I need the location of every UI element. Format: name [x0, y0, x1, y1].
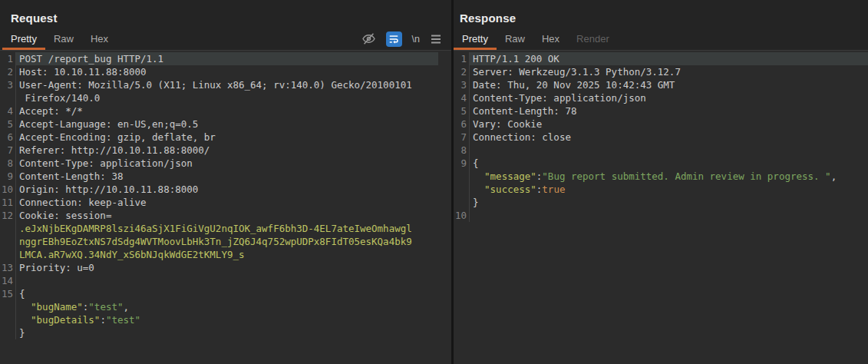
line-content: "success":true	[469, 183, 868, 196]
line-number: 6	[454, 117, 469, 131]
line-content: Host: 10.10.11.88:8000	[15, 65, 438, 78]
line-number: 6	[0, 131, 15, 144]
line-number	[0, 300, 15, 313]
tab-hex[interactable]: Hex	[82, 30, 117, 50]
line-number: 1	[454, 52, 469, 65]
response-panel: Response PrettyRawHexRender 1HTTP/1.1 20…	[454, 0, 868, 364]
tab-raw[interactable]: Raw	[45, 30, 82, 50]
line-content: Connection: close	[469, 131, 868, 144]
line-content: }	[469, 196, 868, 209]
word-wrap-icon[interactable]	[386, 31, 402, 47]
tab-pretty[interactable]: Pretty	[2, 30, 45, 50]
line-content	[469, 144, 868, 157]
code-line: 7Connection: close	[454, 131, 868, 144]
line-number: 9	[454, 157, 469, 170]
code-line: 5Accept-Language: en-US,en;q=0.5	[0, 117, 438, 131]
code-line: }	[0, 326, 438, 339]
line-content: Content-Length: 38	[15, 170, 438, 183]
code-line: 9Content-Length: 38	[0, 170, 438, 183]
code-line: 8	[454, 144, 868, 157]
code-line: 4Accept: */*	[0, 104, 438, 117]
code-line: 4Content-Type: application/json	[454, 91, 868, 104]
code-line: 1HTTP/1.1 200 OK	[454, 52, 868, 65]
line-content: Date: Thu, 20 Nov 2025 10:42:43 GMT	[469, 78, 868, 91]
line-content: Firefox/140.0	[15, 91, 438, 104]
tab-hex[interactable]: Hex	[533, 30, 568, 50]
http-message-viewer: Request PrettyRawHex	[0, 0, 868, 364]
line-number: 1	[0, 52, 15, 65]
code-line: 11Connection: keep-alive	[0, 196, 438, 209]
line-content: nggrEBh9EoZtxNS7dSdg4WVTMoovLbHk3Tn_jZQ6…	[15, 235, 438, 248]
code-line: 2Server: Werkzeug/3.1.3 Python/3.12.7	[454, 65, 868, 78]
line-content: Connection: keep-alive	[15, 196, 438, 209]
code-line: 7Referer: http://10.10.11.88:8000/	[0, 144, 438, 157]
line-number	[0, 326, 15, 339]
tab-raw[interactable]: Raw	[497, 30, 533, 50]
line-content: LMCA.aR7wXQ.34NdY_xS6bNJqkWdGE2tKMLY9_s	[15, 248, 438, 261]
line-number: 9	[0, 170, 15, 183]
line-number: 8	[454, 144, 469, 157]
line-number	[454, 196, 469, 209]
line-number: 8	[0, 157, 15, 170]
code-line: 3User-Agent: Mozilla/5.0 (X11; Linux x86…	[0, 78, 438, 91]
line-content: Accept-Language: en-US,en;q=0.5	[15, 117, 438, 131]
code-line: nggrEBh9EoZtxNS7dSdg4WVTMoovLbHk3Tn_jZQ6…	[0, 235, 438, 248]
code-line: 13Priority: u=0	[0, 261, 438, 274]
code-line: }	[454, 196, 868, 209]
tab-pretty[interactable]: Pretty	[454, 30, 497, 50]
request-panel: Request PrettyRawHex	[0, 0, 451, 364]
line-number: 3	[0, 78, 15, 91]
line-number: 14	[0, 274, 15, 287]
request-editor[interactable]: 1POST /report_bug HTTP/1.12Host: 10.10.1…	[0, 51, 451, 364]
line-content: .eJxNjbEKgDAMRP8lszi46aSjX1FiGiVgU2nqIOK…	[15, 222, 438, 235]
line-number	[0, 248, 15, 261]
line-number: 7	[0, 144, 15, 157]
line-number: 5	[0, 117, 15, 131]
line-number	[454, 183, 469, 196]
line-number: 2	[454, 65, 469, 78]
newline-chars-icon[interactable]: \n	[412, 34, 420, 45]
line-content: {	[469, 157, 868, 170]
line-content: Referer: http://10.10.11.88:8000/	[15, 144, 438, 157]
code-line: Firefox/140.0	[0, 91, 438, 104]
line-content: Vary: Cookie	[469, 117, 868, 131]
line-number: 11	[0, 196, 15, 209]
code-line: 6Accept-Encoding: gzip, deflate, br	[0, 131, 438, 144]
line-content: Priority: u=0	[15, 261, 438, 274]
line-number: 10	[454, 209, 469, 222]
code-line: "success":true	[454, 183, 868, 196]
code-line: LMCA.aR7wXQ.34NdY_xS6bNJqkWdGE2tKMLY9_s	[0, 248, 438, 261]
line-content: }	[15, 326, 438, 339]
line-number: 15	[0, 287, 15, 300]
line-number: 12	[0, 209, 15, 222]
eye-off-icon[interactable]	[361, 31, 376, 46]
line-content: Accept-Encoding: gzip, deflate, br	[15, 131, 438, 144]
line-content: Content-Type: application/json	[15, 157, 438, 170]
line-number	[454, 170, 469, 183]
code-line: 6Vary: Cookie	[454, 117, 868, 131]
line-number: 4	[454, 91, 469, 104]
code-line: 5Content-Length: 78	[454, 104, 868, 117]
line-content	[469, 209, 868, 222]
code-line: "message":"Bug report submitted. Admin r…	[454, 170, 868, 183]
line-number	[0, 91, 15, 104]
line-content: "bugDetails":"test"	[15, 313, 438, 326]
line-content: Content-Type: application/json	[469, 91, 868, 104]
line-content: "bugName":"test",	[15, 300, 438, 313]
code-line: 2Host: 10.10.11.88:8000	[0, 65, 438, 78]
line-number: 13	[0, 261, 15, 274]
request-editor-toolbar: \n	[361, 30, 442, 48]
code-line: 12Cookie: session=	[0, 209, 438, 222]
line-number: 5	[454, 104, 469, 117]
code-line: 9{	[454, 157, 868, 170]
response-editor[interactable]: 1HTTP/1.1 200 OK2Server: Werkzeug/3.1.3 …	[454, 51, 868, 364]
response-tabbar: PrettyRawHexRender	[454, 30, 868, 51]
line-number: 7	[454, 131, 469, 144]
response-panel-title: Response	[454, 0, 868, 30]
line-content: Origin: http://10.10.11.88:8000	[15, 183, 438, 196]
code-line: 1POST /report_bug HTTP/1.1	[0, 52, 438, 65]
menu-icon[interactable]	[430, 34, 442, 45]
tab-render: Render	[568, 30, 618, 50]
line-content: Server: Werkzeug/3.1.3 Python/3.12.7	[469, 65, 868, 78]
code-line: "bugDetails":"test"	[0, 313, 438, 326]
